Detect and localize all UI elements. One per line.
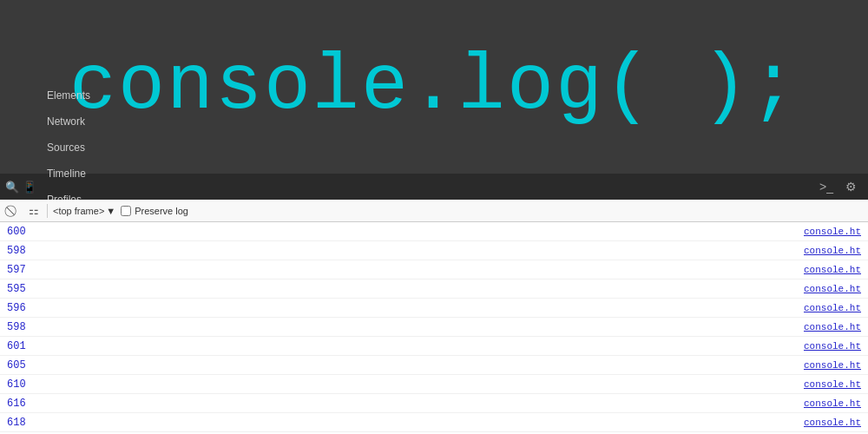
toolbar-separator [47,204,48,218]
console-row: 598console.ht [0,318,868,337]
console-row: 616console.ht [0,394,868,413]
console-value: 598 [7,321,59,333]
console-value: 601 [7,340,59,352]
console-row: 618console.ht [0,413,868,432]
console-source-link[interactable]: console.ht [804,398,861,409]
frame-selector[interactable]: <top frame> ▼ [53,206,115,216]
preserve-log-label: Preserve log [135,206,188,216]
console-value: 618 [7,417,59,429]
console-source-link[interactable]: console.ht [804,246,861,256]
console-row: 610console.ht [0,375,868,394]
console-row: 600console.ht [0,222,868,241]
device-icon[interactable]: 📱 [21,174,38,200]
console-source-link[interactable]: console.ht [804,341,861,352]
console-value: 597 [7,264,59,276]
frame-label: <top frame> [53,206,104,216]
console-row: 601console.ht [0,337,868,356]
console-source-link[interactable]: console.ht [804,227,861,237]
devtools-panel: 🔍 📱 ElementsNetworkSourcesTimelineProfil… [0,174,868,434]
console-row: 595console.ht [0,279,868,299]
console-source-link[interactable]: console.ht [804,322,861,332]
console-source-link[interactable]: console.ht [804,418,861,428]
console-rows-container: 600console.ht598console.ht597console.ht5… [0,222,868,432]
console-value: 598 [7,245,59,257]
console-value: 600 [7,226,59,238]
console-row: 605console.ht [0,356,868,375]
console-source-link[interactable]: console.ht [804,379,861,390]
tab-network[interactable]: Network [38,108,105,135]
console-row: 597console.ht [0,260,868,279]
console-source-link[interactable]: console.ht [804,284,861,294]
tab-bar: 🔍 📱 ElementsNetworkSourcesTimelineProfil… [0,174,868,200]
console-source-link[interactable]: console.ht [804,360,861,371]
filter-icon[interactable]: ⚏ [26,203,42,219]
console-row: 596console.ht [0,299,868,318]
console-value: 596 [7,302,59,314]
console-value: 616 [7,398,59,410]
tab-timeline[interactable]: Timeline [38,161,105,187]
preserve-log-checkbox[interactable] [121,206,131,216]
tab-bar-actions: >_ ⚙ [818,174,865,200]
console-source-link[interactable]: console.ht [804,265,861,275]
terminal-icon[interactable]: >_ [818,174,835,200]
preserve-log-container: Preserve log [121,206,188,216]
settings-icon[interactable]: ⚙ [842,174,859,200]
tab-sources[interactable]: Sources [38,135,105,161]
search-icon[interactable]: 🔍 [3,174,21,200]
console-value: 610 [7,378,59,391]
console-source-link[interactable]: console.ht [804,303,861,313]
console-value: 595 [7,283,59,295]
console-toolbar: ⃠ ⚏ <top frame> ▼ Preserve log [0,200,868,222]
console-value: 605 [7,359,59,372]
tab-elements[interactable]: Elements [38,82,105,108]
frame-dropdown-arrow: ▼ [106,206,115,216]
console-row: 598console.ht [0,241,868,260]
clear-console-icon[interactable]: ⃠ [5,203,21,219]
console-output: 600console.ht598console.ht597console.ht5… [0,222,868,434]
